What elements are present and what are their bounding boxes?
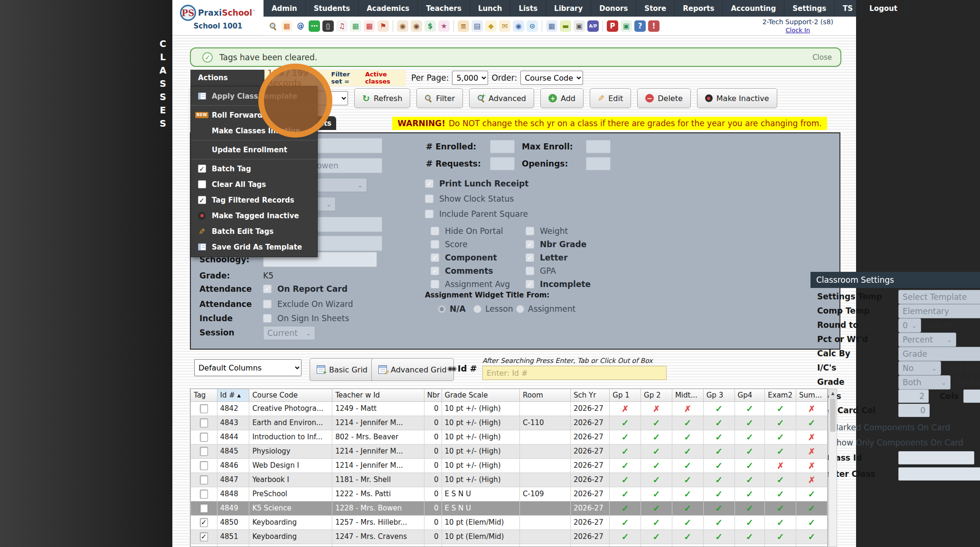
checkbox-incomplete[interactable]: Incomplete xyxy=(526,279,591,289)
checkbox-print-lunch-receipt[interactable]: Print Lunch Receipt xyxy=(425,179,528,188)
settings-input-rows[interactable]: 2 xyxy=(898,389,929,403)
column-header-teacherwid[interactable]: Teacher w Id xyxy=(332,389,424,401)
table-row[interactable]: 4846Web Design I1214 - Jennifer M...010 … xyxy=(191,458,828,473)
table-row[interactable]: 4845Physiology1214 - Jennifer M...010 pt… xyxy=(191,444,828,458)
table-row[interactable]: 4849K5 Science1228 - Mrs. Bowen0E S N U2… xyxy=(191,501,828,515)
settings-select-comp-temp[interactable]: Elementary⌄ xyxy=(898,304,980,318)
column-header-midt[interactable]: Midt... xyxy=(672,389,703,401)
tag-checkbox[interactable] xyxy=(200,490,208,499)
column-header-gp3[interactable]: Gp 3 xyxy=(703,389,735,401)
menu-item-update-enrollment[interactable]: Update Enrollment xyxy=(191,142,317,158)
max-enroll-input[interactable] xyxy=(586,140,611,153)
search-icon[interactable] xyxy=(267,20,279,32)
email-at-icon[interactable]: @ xyxy=(295,20,306,32)
checkbox-comments[interactable]: Comments xyxy=(431,266,493,276)
column-header-exam2[interactable]: Exam2 xyxy=(765,389,796,401)
announce-icon[interactable]: ⚑ xyxy=(377,20,389,32)
checkbox-show-clock-status[interactable]: Show Clock Status xyxy=(425,194,514,204)
make-inactive-button[interactable]: Make Inactive xyxy=(697,88,777,108)
settings-input-rep-card-col[interactable]: 0 xyxy=(898,404,930,417)
app-logo[interactable]: PS PraxiSchool™ School 1001 xyxy=(172,0,264,36)
clock-icon[interactable]: ⊙ xyxy=(527,20,538,32)
tag-cell[interactable] xyxy=(191,487,217,501)
column-header-id[interactable]: Id # ▴ xyxy=(217,389,249,401)
menu-item-make-tagged-inactive[interactable]: Make Tagged Inactive xyxy=(191,208,317,223)
column-header-gp2[interactable]: Gp 2 xyxy=(641,389,672,401)
openings-input[interactable] xyxy=(586,157,611,170)
requests-input[interactable] xyxy=(490,157,515,170)
tag-cell[interactable] xyxy=(191,544,217,547)
nav-item-donors[interactable]: Donors xyxy=(591,0,636,17)
basic-grid-button[interactable]: ＋ Basic Grid xyxy=(310,358,375,381)
help-icon[interactable]: ? xyxy=(634,20,646,32)
table-icon[interactable]: ▦ xyxy=(546,20,557,32)
money-icon[interactable]: $ xyxy=(424,20,436,32)
tag-checkbox[interactable] xyxy=(200,461,208,470)
column-header-gp4[interactable]: Gp4 xyxy=(735,389,765,401)
column-header-nbr[interactable]: Nbr xyxy=(424,389,442,401)
nav-item-logout[interactable]: Logout xyxy=(861,0,906,17)
column-header-room[interactable]: Room xyxy=(520,389,571,401)
checkbox-score[interactable]: Score xyxy=(431,240,468,249)
edit-button[interactable]: ✎Edit xyxy=(590,88,631,108)
nav-item-lists[interactable]: Lists xyxy=(510,0,546,17)
settings-input-master-class[interactable] xyxy=(898,467,980,481)
exclude-on-wizard-checkbox[interactable]: Exclude On Wizard xyxy=(263,299,353,309)
printer-icon[interactable]: ▣ xyxy=(574,20,585,32)
radio-lesson[interactable]: Lesson xyxy=(473,304,513,314)
checkbox-letter[interactable]: Letter xyxy=(526,253,568,262)
per-page-select[interactable]: 5,000 xyxy=(452,71,488,85)
table-row[interactable]: 4844Introduction to Inf...802 - Mrs. Bea… xyxy=(191,430,828,444)
column-header-tag[interactable]: Tag xyxy=(191,389,217,401)
print-receipt-icon[interactable]: ▣ xyxy=(621,20,632,32)
table-row[interactable]: ✓4850Keyboarding1257 - Mrs. Hillebr...01… xyxy=(191,515,828,529)
chat-icon[interactable]: ⋯ xyxy=(309,20,320,32)
student-icon[interactable]: ◉ xyxy=(411,20,422,32)
delete-button[interactable]: −Delete xyxy=(637,88,691,108)
family-icon[interactable]: ★ xyxy=(438,20,450,32)
checkbox-nbr-grade[interactable]: Nbr Grade xyxy=(526,240,586,249)
table-row[interactable]: 4848PreSchool1222 - Ms. Patti0E S N UC-1… xyxy=(191,487,828,501)
refresh-button[interactable]: ↻Refresh xyxy=(354,88,410,108)
nav-item-reports[interactable]: Reports xyxy=(675,0,723,17)
on-report-card-checkbox[interactable]: On Report Card xyxy=(263,284,348,294)
columns-select[interactable]: Default Columns xyxy=(194,359,302,376)
column-header-sum[interactable]: Sum... xyxy=(796,389,828,401)
tag-cell[interactable]: ✓ xyxy=(191,515,217,529)
column-header-gradescale[interactable]: Grade Scale xyxy=(442,389,520,401)
grid-scrollbar[interactable]: ▲ xyxy=(829,389,837,547)
alert-icon[interactable]: ! xyxy=(648,20,660,32)
tag-cell[interactable] xyxy=(191,401,217,416)
nav-item-library[interactable]: Library xyxy=(546,0,591,17)
checkbox-component[interactable]: Component xyxy=(431,253,497,262)
settings-select-settings-temp[interactable]: Select Template⌄ xyxy=(898,290,980,304)
tag-cell[interactable] xyxy=(191,430,217,444)
tag-cell[interactable] xyxy=(191,458,217,473)
bell-icon[interactable]: ◆ xyxy=(485,20,497,32)
column-header-gp1[interactable]: Gp 1 xyxy=(610,389,641,401)
nav-item-admin[interactable]: Admin xyxy=(264,0,306,17)
filter-button[interactable]: Filter xyxy=(416,88,463,108)
tag-checkbox[interactable] xyxy=(200,475,208,484)
checkbox-include-parent-square[interactable]: Include Parent Square xyxy=(425,209,528,219)
session-select[interactable]: Current⌄ xyxy=(263,326,315,340)
audio-icon[interactable]: ♫ xyxy=(336,20,348,32)
advanced-button[interactable]: +Advanced xyxy=(469,88,534,108)
column-header-coursecode[interactable]: Course Code xyxy=(249,389,332,401)
tag-checkbox[interactable] xyxy=(200,418,208,427)
settings-input-g-class-id[interactable] xyxy=(898,451,974,464)
id-search-input[interactable]: Enter: Id # xyxy=(482,366,667,380)
tag-checkbox[interactable] xyxy=(200,447,208,456)
settings-select-i-c-s[interactable]: No⌄ xyxy=(898,361,941,375)
tag-cell[interactable]: ✓ xyxy=(191,529,217,544)
nav-item-store[interactable]: Store xyxy=(636,0,675,17)
advanced-grid-button[interactable]: ✎ Advanced Grid xyxy=(371,358,454,381)
enrolled-input[interactable] xyxy=(490,140,515,153)
menu-item-batch-edit-tags[interactable]: ✎Batch Edit Tags xyxy=(191,223,317,239)
checkbox-gpa[interactable]: GPA xyxy=(526,266,556,276)
checkbox-weight[interactable]: Weight xyxy=(526,226,568,236)
nav-item-ts[interactable]: TS xyxy=(835,0,861,17)
nav-item-academics[interactable]: Academics xyxy=(358,0,418,17)
clock-in-link[interactable]: Clock In xyxy=(786,27,810,34)
settings-select-grade[interactable]: Both⌄ xyxy=(898,375,951,389)
